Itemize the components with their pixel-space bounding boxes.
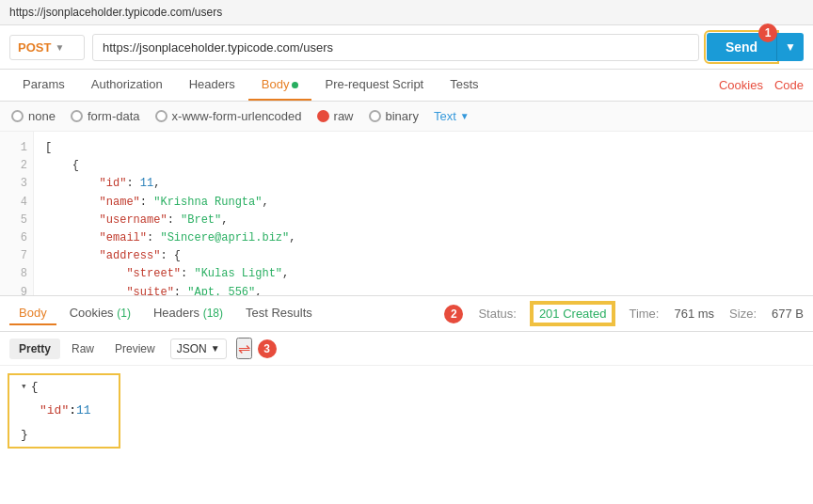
raw-button[interactable]: Raw — [62, 339, 104, 359]
tab-body[interactable]: Body — [248, 70, 312, 101]
tab-headers[interactable]: Headers — [176, 70, 248, 101]
resp-value: 11 — [76, 400, 91, 421]
resp-tab-cookies[interactable]: Cookies (1) — [60, 302, 140, 325]
option-urlencoded[interactable]: x-www-form-urlencoded — [155, 109, 302, 123]
resp-colon: : — [69, 400, 76, 421]
resp-key: "id" — [40, 400, 69, 421]
line-numbers: 12345 67891011 — [0, 132, 34, 295]
option-form-data[interactable]: form-data — [71, 109, 140, 123]
url-input[interactable] — [92, 34, 699, 61]
status-value: 201 Created — [532, 303, 614, 324]
resp-toggle-icon[interactable]: ▾ — [21, 378, 27, 397]
tab-cookies-link[interactable]: Cookies — [719, 78, 763, 92]
radio-none[interactable] — [11, 110, 24, 122]
status-label: Status: — [478, 307, 516, 321]
url-bar-text: https://jsonplaceholder.typicode.com/use… — [9, 6, 222, 19]
json-select[interactable]: JSON ▼ — [170, 339, 227, 359]
size-value: 677 B — [772, 307, 804, 321]
resp-line-1: ▾ { — [9, 375, 119, 399]
request-row: POST ▼ 1 Send ▼ — [0, 25, 813, 70]
body-options-row: none form-data x-www-form-urlencoded raw… — [0, 102, 813, 132]
resp-body-wrapper: ▾ { "id" : 11 } — [8, 373, 120, 449]
tab-code-link[interactable]: Code — [774, 78, 804, 92]
cookies-count: (1) — [117, 307, 131, 320]
pretty-button[interactable]: Pretty — [9, 339, 60, 359]
radio-urlencoded[interactable] — [155, 110, 167, 122]
option-raw[interactable]: raw — [317, 109, 354, 123]
tab-authorization[interactable]: Authorization — [78, 70, 176, 101]
method-arrow-icon: ▼ — [55, 42, 64, 53]
json-arrow-icon: ▼ — [211, 343, 220, 354]
time-value: 761 ms — [674, 307, 714, 321]
nav-tabs: Params Authorization Headers Body Pre-re… — [0, 70, 813, 102]
tab-pre-request[interactable]: Pre-request Script — [311, 70, 437, 101]
resp-close-brace: } — [21, 424, 28, 446]
body-dot — [292, 82, 298, 88]
badge-1: 1 — [758, 24, 777, 42]
response-status-area: 2 Status: 201 Created Time: 761 ms Size:… — [444, 303, 804, 324]
tab-params[interactable]: Params — [9, 70, 78, 101]
preview-button[interactable]: Preview — [105, 339, 165, 359]
option-none[interactable]: none — [11, 109, 56, 123]
send-dropdown-button[interactable]: ▼ — [776, 33, 804, 61]
resp-tab-body[interactable]: Body — [9, 302, 56, 325]
headers-count: (18) — [203, 307, 223, 320]
send-btn-group: 1 Send ▼ — [707, 33, 804, 61]
resp-tab-test-results[interactable]: Test Results — [236, 302, 322, 325]
method-select[interactable]: POST ▼ — [9, 35, 85, 60]
text-dropdown-arrow: ▼ — [460, 111, 470, 121]
size-label: Size: — [729, 307, 757, 321]
resp-open-brace: { — [31, 376, 39, 398]
option-binary[interactable]: binary — [369, 109, 419, 123]
method-label: POST — [18, 40, 51, 55]
text-dropdown[interactable]: Text ▼ — [434, 109, 470, 123]
badge-3: 3 — [258, 339, 277, 358]
resp-line-3: } — [9, 423, 119, 447]
time-label: Time: — [629, 307, 659, 321]
editor: 12345 67891011 [ { "id": 11, "name": "Kr… — [0, 132, 813, 296]
format-toolbar: Pretty Raw Preview JSON ▼ ⇌ 3 — [0, 332, 813, 366]
tabs-right: Cookies Code — [719, 78, 804, 92]
radio-raw[interactable] — [317, 110, 329, 122]
code-content[interactable]: [ { "id": 11, "name": "Krishna Rungta", … — [34, 132, 813, 295]
radio-binary[interactable] — [369, 110, 381, 122]
badge-2: 2 — [444, 305, 463, 323]
radio-form-data[interactable] — [71, 110, 83, 122]
response-body: ▾ { "id" : 11 } — [0, 366, 813, 450]
url-bar: https://jsonplaceholder.typicode.com/use… — [0, 0, 813, 25]
response-tabs: Body Cookies (1) Headers (18) Test Resul… — [0, 296, 813, 332]
wrap-button[interactable]: ⇌ — [236, 338, 252, 359]
tab-tests[interactable]: Tests — [437, 70, 491, 101]
resp-line-2: "id" : 11 — [28, 399, 119, 422]
resp-tab-headers[interactable]: Headers (18) — [144, 302, 232, 325]
